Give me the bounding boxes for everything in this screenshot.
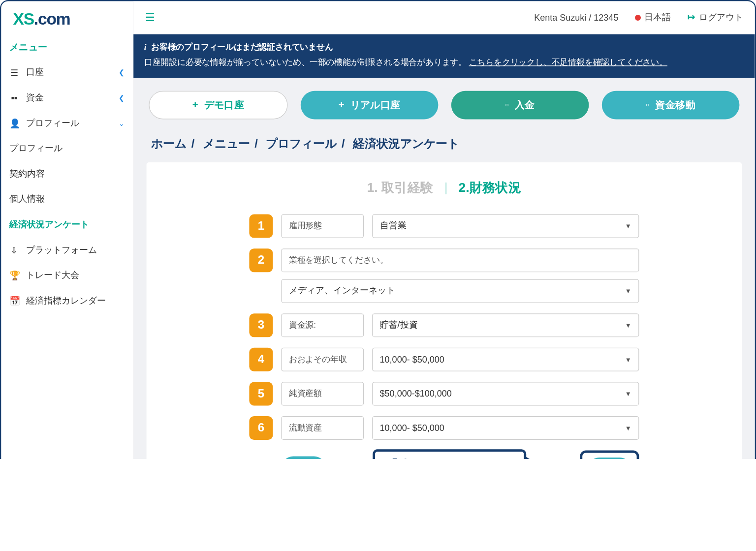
chevron-down-icon: ▼	[625, 356, 631, 363]
menu-title: メニュー	[1, 38, 133, 60]
step-number: 1	[249, 214, 273, 238]
notice-link[interactable]: こちらをクリックし、不足情報を確認してください。	[469, 57, 667, 66]
list-icon: ☰	[9, 67, 19, 78]
sidebar: XS.com メニュー ☰口座 ❮ ▪▪資金 ❮ 👤プロフィール ⌄ プロフィー…	[1, 1, 133, 459]
main: ☰ Kenta Suzuki / 12345 日本語 ↦ログアウト iお客様のプ…	[133, 1, 755, 459]
callout: 「次へ」をクリック	[373, 450, 539, 459]
q5-label: 純資産額	[281, 382, 364, 405]
real-account-button[interactable]: +リアル口座	[301, 91, 439, 119]
q4-label: おおよその年収	[281, 347, 364, 371]
chevron-down-icon: ▼	[625, 287, 631, 294]
next-button[interactable]: 次へ	[588, 458, 630, 459]
sidebar-sub-profile[interactable]: プロフィール	[1, 136, 133, 161]
language-selector[interactable]: 日本語	[635, 12, 671, 23]
survey-form: 1 雇用形態 自営業▼ 2 業種を選択してください。 メディア、インターネット▼…	[249, 214, 639, 459]
calendar-icon: 📅	[9, 296, 19, 306]
chevron-down-icon: ▼	[625, 222, 631, 229]
q2-label: 業種を選択してください。	[281, 248, 639, 272]
chevron-left-icon: ❮	[119, 93, 125, 102]
crumb-home[interactable]: ホーム	[151, 137, 187, 150]
q6-label: 流動資産	[281, 416, 364, 440]
q1-label: 雇用形態	[281, 214, 364, 238]
deposit-button[interactable]: ▫入金	[451, 91, 589, 119]
logout-icon: ↦	[688, 12, 695, 22]
form-panel: 1. 取引経験 | 2.財務状況 1 雇用形態 自営業▼ 2 業種を選択してくだ…	[147, 162, 742, 459]
back-button[interactable]: 戻る	[281, 456, 326, 459]
step-number: 3	[249, 313, 273, 337]
q2-select[interactable]: メディア、インターネット▼	[281, 279, 639, 303]
step-number: 2	[249, 248, 273, 272]
card-icon: ▫	[505, 99, 509, 111]
crumb-profile[interactable]: プロフィール	[266, 137, 337, 150]
step-2: 2.財務状況	[459, 180, 522, 195]
q5-select[interactable]: $50,000-$100,000▼	[372, 382, 639, 405]
callout-text: 「次へ」をクリック	[373, 449, 526, 459]
q1-select[interactable]: 自営業▼	[372, 214, 639, 238]
user-icon: 👤	[9, 118, 19, 128]
sidebar-item-competition[interactable]: 🏆トレード大会	[1, 263, 133, 288]
verification-notice: iお客様のプロフィールはまだ認証されていません 口座開設に必要な情報が揃っていな…	[133, 34, 755, 78]
sidebar-sub-contract[interactable]: 契約内容	[1, 161, 133, 187]
sidebar-item-calendar[interactable]: 📅経済指標カレンダー	[1, 288, 133, 314]
user-label: Kenta Suzuki / 12345	[534, 12, 618, 22]
card-icon: ▪▪	[9, 92, 19, 102]
logout-button[interactable]: ↦ログアウト	[688, 12, 743, 23]
demo-account-button[interactable]: +デモ口座	[149, 91, 287, 119]
chevron-down-icon: ▼	[625, 322, 631, 329]
q3-label: 資金源:	[281, 313, 364, 337]
sidebar-sub-survey[interactable]: 経済状況アンケート	[1, 212, 133, 238]
download-icon: ⇩	[9, 245, 19, 255]
plus-icon: +	[339, 99, 345, 111]
callout-arrow-icon	[525, 456, 539, 459]
jp-flag-icon	[635, 15, 641, 21]
chevron-down-icon: ⌄	[119, 119, 125, 127]
breadcrumb: ホーム/ メニュー/ プロフィール/ 経済状況アンケート	[133, 132, 755, 162]
action-row: +デモ口座 +リアル口座 ▫入金 ▫資金移動	[133, 78, 755, 132]
sidebar-item-profile[interactable]: 👤プロフィール ⌄	[1, 110, 133, 136]
trophy-icon: 🏆	[9, 270, 19, 281]
card-icon: ▫	[646, 99, 649, 111]
chevron-left-icon: ❮	[119, 68, 125, 77]
sidebar-sub-personal[interactable]: 個人情報	[1, 186, 133, 212]
app-frame: XS.com メニュー ☰口座 ❮ ▪▪資金 ❮ 👤プロフィール ⌄ プロフィー…	[0, 0, 756, 459]
sidebar-item-accounts[interactable]: ☰口座 ❮	[1, 60, 133, 85]
topbar: ☰ Kenta Suzuki / 12345 日本語 ↦ログアウト	[133, 1, 755, 34]
crumb-current: 経済状況アンケート	[353, 137, 459, 150]
q4-select[interactable]: 10,000- $50,000▼	[372, 347, 639, 371]
transfer-button[interactable]: ▫資金移動	[602, 91, 740, 119]
logo: XS.com	[1, 1, 133, 37]
hamburger-icon[interactable]: ☰	[145, 11, 155, 24]
step-number: 4	[249, 347, 273, 371]
step-number: 5	[249, 382, 273, 405]
sidebar-item-funds[interactable]: ▪▪資金 ❮	[1, 85, 133, 111]
step-number: 6	[249, 416, 273, 440]
plus-icon: +	[192, 99, 198, 111]
q3-select[interactable]: 貯蓄/投資▼	[372, 313, 639, 337]
step-1: 1. 取引経験	[367, 180, 434, 195]
chevron-down-icon: ▼	[625, 424, 631, 431]
chevron-down-icon: ▼	[625, 390, 631, 397]
next-highlight: 次へ	[580, 450, 639, 459]
crumb-menu[interactable]: メニュー	[203, 137, 250, 150]
info-icon: i	[144, 42, 147, 51]
sidebar-item-platform[interactable]: ⇩プラットフォーム	[1, 237, 133, 263]
step-indicator: 1. 取引経験 | 2.財務状況	[170, 179, 719, 196]
q6-select[interactable]: 10,000- $50,000▼	[372, 416, 639, 440]
